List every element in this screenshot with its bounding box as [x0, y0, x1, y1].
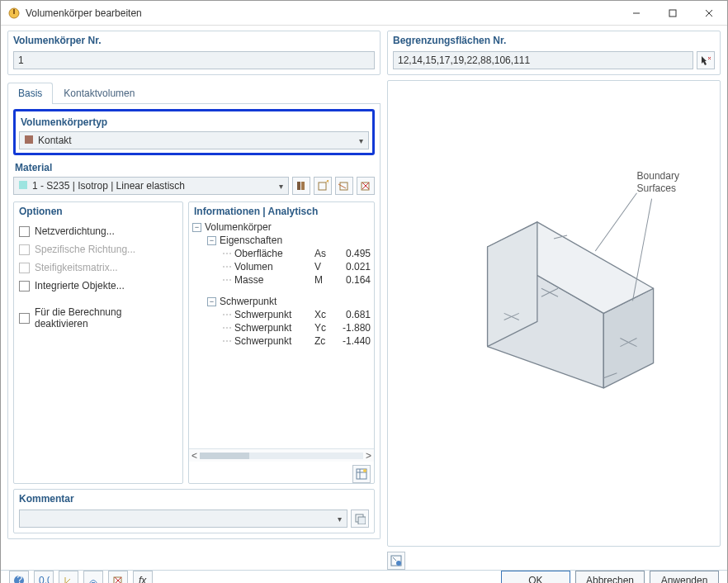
right-column: Begrenzungsflächen Nr.	[387, 31, 721, 570]
solid-preview-svg: Boundary Surfaces	[388, 81, 720, 546]
check-deactivate-calc[interactable]: Für die Berechnung deaktivieren	[19, 303, 177, 333]
chevron-down-icon: ▾	[338, 514, 342, 524]
close-button[interactable]	[691, 1, 727, 26]
info-label: Informationen | Analytisch	[189, 202, 374, 219]
pick-surfaces-button[interactable]	[697, 51, 715, 69]
comment-combo[interactable]: ▾	[19, 510, 347, 528]
content-area: Volumenkörper Nr. Basis Kontaktvolumen V…	[1, 26, 727, 570]
chevron-down-icon: ▾	[279, 182, 283, 191]
boundary-surfaces-input[interactable]	[393, 51, 693, 69]
svg-rect-6	[297, 182, 300, 190]
horizontal-scrollbar[interactable]: < >	[189, 448, 374, 462]
options-label: Optionen	[14, 202, 182, 219]
svg-line-45	[65, 579, 70, 583]
material-new-button[interactable]: ✶	[314, 177, 332, 195]
solid-type-combo[interactable]: Kontakt ▾	[19, 131, 369, 149]
collapse-icon[interactable]: −	[207, 236, 216, 245]
svg-rect-10	[340, 182, 347, 190]
window-title: Volumenkörper bearbeiten	[26, 7, 618, 19]
check-mesh-refinement[interactable]: Netzverdichtung...	[19, 222, 177, 240]
scroll-right-icon[interactable]: >	[366, 450, 371, 462]
material-edit-button[interactable]	[335, 177, 353, 195]
collapse-icon[interactable]: −	[207, 297, 216, 306]
solid-number-label: Volumenkörper Nr.	[8, 31, 380, 48]
info-panel: Informationen | Analytisch −Volumenkörpe…	[188, 201, 375, 484]
cancel-button[interactable]: Abbrechen	[575, 571, 645, 583]
check-stiffness-matrix: Steifigkeitsmatrix...	[19, 258, 177, 277]
comment-apply-button[interactable]	[351, 510, 369, 528]
svg-point-18	[363, 469, 366, 472]
svg-text:✶: ✶	[324, 180, 329, 187]
svg-text:fx: fx	[139, 575, 147, 583]
solid-type-value: Kontakt	[38, 135, 72, 146]
view-button[interactable]	[83, 571, 103, 583]
material-library-button[interactable]	[292, 177, 310, 195]
minimize-button[interactable]	[618, 1, 655, 26]
solid-type-label: Volumenkörpertyp	[19, 115, 369, 131]
scroll-thumb[interactable]	[200, 453, 249, 459]
collapse-icon[interactable]: −	[192, 223, 201, 232]
solid-number-group: Volumenkörper Nr.	[7, 31, 381, 75]
bottom-bar: ? 0.00 fx OK Abbrechen Anwenden	[1, 570, 727, 583]
coord-button[interactable]	[59, 571, 78, 583]
help-button[interactable]: ?	[9, 571, 29, 583]
titlebar: Volumenkörper bearbeiten	[1, 1, 727, 26]
svg-rect-7	[301, 182, 305, 190]
material-swatch-icon	[19, 181, 27, 189]
check-specific-direction: Spezifische Richtung...	[19, 240, 177, 258]
svg-text:0.00: 0.00	[39, 575, 50, 583]
preview-annotation: Boundary	[636, 170, 679, 182]
function-button[interactable]: fx	[133, 571, 153, 583]
type-swatch-icon	[25, 135, 33, 144]
svg-rect-20	[358, 517, 366, 524]
tab-basic[interactable]: Basis	[7, 83, 53, 104]
comment-group: Kommentar ▾	[13, 489, 375, 533]
boundary-surfaces-group: Begrenzungsflächen Nr.	[387, 31, 721, 75]
preview-settings-button[interactable]	[387, 552, 405, 570]
options-info-row: Optionen Netzverdichtung... Spezifische …	[13, 201, 375, 484]
options-panel: Optionen Netzverdichtung... Spezifische …	[13, 201, 183, 484]
material-delete-button[interactable]	[357, 177, 375, 195]
dialog-window: Volumenkörper bearbeiten Volumenkörper N…	[0, 0, 728, 583]
info-tree[interactable]: −Volumenkörper −Eigenschaften ⋯Oberfläch…	[189, 219, 374, 448]
info-table-button[interactable]	[352, 465, 371, 483]
apply-button[interactable]: Anwenden	[650, 571, 719, 583]
material-row: 1 - S235 | Isotrop | Linear elastisch ▾ …	[13, 177, 375, 195]
preview-annotation-2: Surfaces	[636, 182, 676, 194]
solid-type-highlight: Volumenkörpertyp Kontakt ▾	[13, 109, 375, 155]
tab-panel-basic: Volumenkörpertyp Kontakt ▾ Material 1 - …	[7, 104, 381, 539]
units-button[interactable]: 0.00	[34, 571, 54, 583]
comment-label: Kommentar	[14, 490, 374, 506]
ok-button[interactable]: OK	[501, 571, 570, 583]
left-column: Volumenkörper Nr. Basis Kontaktvolumen V…	[7, 31, 381, 570]
maximize-button[interactable]	[655, 1, 691, 26]
solid-number-input[interactable]	[13, 51, 375, 69]
preview-pane[interactable]: Boundary Surfaces	[387, 80, 721, 547]
tab-strip: Basis Kontaktvolumen	[7, 82, 381, 104]
svg-line-36	[595, 193, 636, 251]
material-label: Material	[13, 160, 375, 177]
tab-contact-volume[interactable]: Kontaktvolumen	[53, 83, 145, 104]
svg-text:?: ?	[17, 575, 23, 583]
scroll-left-icon[interactable]: <	[191, 450, 197, 462]
delete-button[interactable]	[108, 571, 128, 583]
svg-point-39	[396, 561, 401, 566]
chevron-down-icon: ▾	[359, 136, 363, 145]
check-integrated-objects[interactable]: Integrierte Objekte...	[19, 277, 177, 295]
boundary-surfaces-label: Begrenzungsflächen Nr.	[388, 31, 720, 48]
preview-toolbar	[387, 547, 721, 570]
svg-rect-1	[13, 9, 15, 14]
material-value: 1 - S235 | Isotrop | Linear elastisch	[32, 180, 185, 192]
svg-line-11	[338, 184, 346, 188]
material-combo[interactable]: 1 - S235 | Isotrop | Linear elastisch ▾	[13, 177, 289, 195]
window-buttons	[618, 1, 727, 26]
svg-rect-3	[669, 10, 676, 17]
app-icon	[7, 7, 21, 20]
